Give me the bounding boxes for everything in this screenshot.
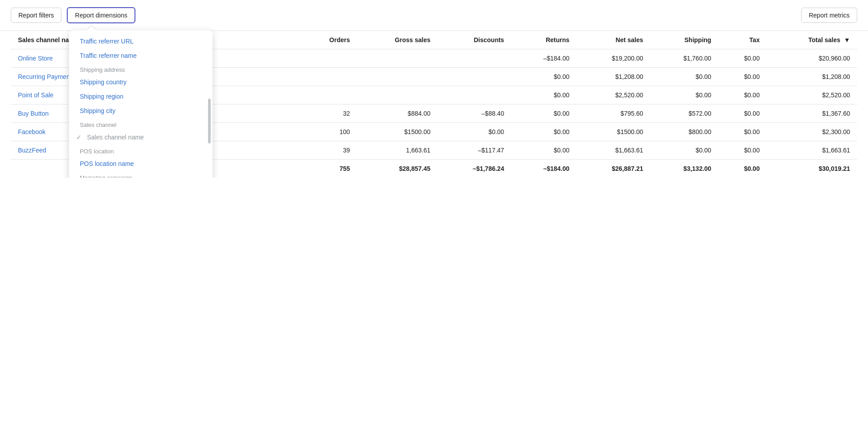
cell-discounts: –$88.40 [438, 104, 511, 123]
cell-shipping: $0.00 [651, 141, 719, 160]
cell-shipping: $572.00 [651, 104, 719, 123]
cell-shipping: $0.00 [651, 68, 719, 86]
cell-gross-sales [357, 68, 438, 86]
dropdown-category-sales-channel: Sales channel [69, 118, 213, 130]
cell-shipping: $1,760.00 [651, 49, 719, 68]
cell-orders: 32 [301, 104, 357, 123]
col-header-shipping: Shipping [651, 31, 719, 49]
cell-discounts: –$117.47 [438, 141, 511, 160]
col-header-returns: Returns [511, 31, 577, 49]
footer-shipping: $3,132.00 [651, 160, 719, 178]
channel-link[interactable]: Point of Sale [18, 91, 53, 99]
footer-net-sales: $26,887.21 [577, 160, 650, 178]
cell-shipping: $800.00 [651, 123, 719, 141]
cell-tax: $0.00 [718, 49, 767, 68]
report-filters-button[interactable]: Report filters [11, 8, 61, 23]
cell-tax: $0.00 [718, 123, 767, 141]
checkmark-icon: ✓ [76, 134, 83, 141]
footer-returns: –$184.00 [511, 160, 577, 178]
toolbar: Report filters Report dimensions Traffic… [0, 0, 868, 31]
dimensions-dropdown: Traffic referrer URL Traffic referrer na… [69, 30, 213, 178]
dropdown-item-sales-channel-name[interactable]: ✓ Sales channel name [69, 130, 213, 144]
cell-discounts [438, 86, 511, 104]
col-header-tax: Tax [718, 31, 767, 49]
cell-returns: $0.00 [511, 141, 577, 160]
footer-discounts: –$1,786.24 [438, 160, 511, 178]
cell-gross-sales [357, 49, 438, 68]
cell-gross-sales [357, 86, 438, 104]
col-header-discounts: Discounts [438, 31, 511, 49]
footer-orders: 755 [301, 160, 357, 178]
cell-orders [301, 49, 357, 68]
dropdown-scrollbar[interactable] [208, 99, 211, 143]
dropdown-category-shipping: Shipping address [69, 63, 213, 75]
cell-tax: $0.00 [718, 104, 767, 123]
report-dimensions-button[interactable]: Report dimensions [67, 7, 135, 23]
dropdown-category-marketing: Marketing campaign [69, 171, 213, 178]
footer-tax: $0.00 [718, 160, 767, 178]
cell-returns: $0.00 [511, 123, 577, 141]
cell-shipping: $0.00 [651, 86, 719, 104]
channel-link[interactable]: BuzzFeed [18, 147, 46, 154]
dropdown-item-pos-location-name[interactable]: POS location name [69, 156, 213, 171]
cell-orders: 39 [301, 141, 357, 160]
footer-gross-sales: $28,857.45 [357, 160, 438, 178]
cell-total-sales: $1,208.00 [767, 68, 857, 86]
cell-net-sales: $795.60 [577, 104, 650, 123]
cell-net-sales: $19,200.00 [577, 49, 650, 68]
cell-net-sales: $2,520.00 [577, 86, 650, 104]
cell-returns: –$184.00 [511, 49, 577, 68]
footer-total-sales: $30,019.21 [767, 160, 857, 178]
cell-net-sales: $1500.00 [577, 123, 650, 141]
dropdown-item-traffic-referrer-url[interactable]: Traffic referrer URL [69, 34, 213, 48]
cell-returns: $0.00 [511, 68, 577, 86]
cell-discounts [438, 49, 511, 68]
cell-tax: $0.00 [718, 141, 767, 160]
cell-net-sales: $1,663.61 [577, 141, 650, 160]
cell-total-sales: $1,367.60 [767, 104, 857, 123]
cell-returns: $0.00 [511, 86, 577, 104]
dropdown-item-traffic-referrer-name[interactable]: Traffic referrer name [69, 48, 213, 63]
channel-link[interactable]: Online Store [18, 55, 53, 62]
cell-gross-sales: $884.00 [357, 104, 438, 123]
cell-total-sales: $20,960.00 [767, 49, 857, 68]
cell-orders [301, 86, 357, 104]
dropdown-item-shipping-region[interactable]: Shipping region [69, 89, 213, 104]
cell-total-sales: $2,520.00 [767, 86, 857, 104]
cell-discounts: $0.00 [438, 123, 511, 141]
dropdown-arrow [87, 26, 96, 30]
cell-returns: $0.00 [511, 104, 577, 123]
dropdown-item-shipping-city[interactable]: Shipping city [69, 104, 213, 118]
cell-total-sales: $1,663.61 [767, 141, 857, 160]
col-header-orders: Orders [301, 31, 357, 49]
channel-link[interactable]: Facebook [18, 128, 45, 135]
dropdown-category-pos: POS location [69, 144, 213, 156]
cell-total-sales: $2,300.00 [767, 123, 857, 141]
sort-icon: ▼ [844, 36, 850, 43]
report-metrics-button[interactable]: Report metrics [801, 8, 857, 23]
cell-gross-sales: 1,663.61 [357, 141, 438, 160]
cell-tax: $0.00 [718, 86, 767, 104]
cell-gross-sales: $1500.00 [357, 123, 438, 141]
cell-net-sales: $1,208.00 [577, 68, 650, 86]
toolbar-left: Report filters Report dimensions Traffic… [11, 7, 135, 23]
dropdown-item-shipping-country[interactable]: Shipping country [69, 75, 213, 89]
cell-orders: 100 [301, 123, 357, 141]
cell-tax: $0.00 [718, 68, 767, 86]
cell-orders [301, 68, 357, 86]
channel-link[interactable]: Buy Button [18, 110, 49, 117]
col-header-gross-sales: Gross sales [357, 31, 438, 49]
col-header-net-sales: Net sales [577, 31, 650, 49]
col-header-total-sales[interactable]: Total sales ▼ [767, 31, 857, 49]
cell-discounts [438, 68, 511, 86]
